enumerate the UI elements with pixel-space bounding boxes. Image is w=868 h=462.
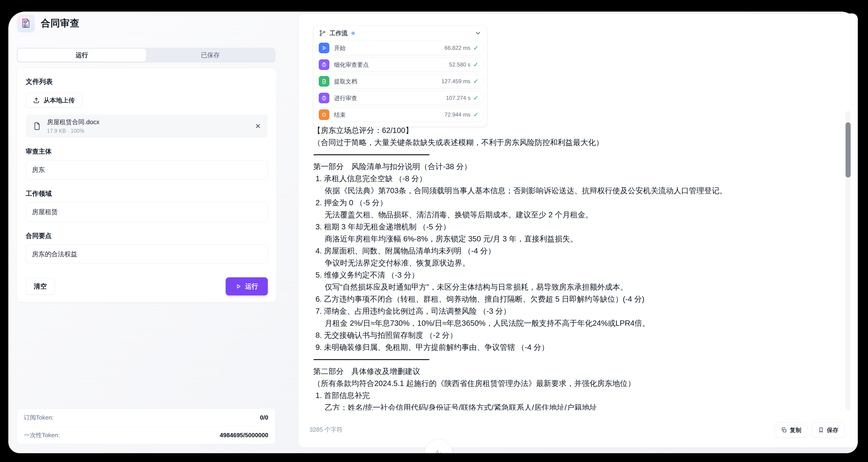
app-window: 合同审查 运行 已保存 文件列表 从本地上传 房屋租赁合同.docx (8, 11, 858, 453)
step-duration: 52.580 s (449, 61, 470, 68)
step-name: 结束 (334, 111, 346, 119)
result-panel: 工作流 开始 66.822 ms✓ (298, 13, 858, 447)
save-button-label: 保存 (827, 426, 838, 434)
bottom-letterbox-bar (0, 453, 868, 462)
workflow-panel: 工作流 开始 66.822 ms✓ (313, 25, 487, 127)
subscription-token-label: 订阅Token: (24, 413, 54, 422)
review-result-text: 【房东立场总评分：62/100】 （合同过于简略，大量关键条款缺失或表述模糊，不… (313, 124, 852, 410)
scrollbar-thumb[interactable] (845, 122, 850, 177)
result-line: 2. 押金为 0 （-5 分） (313, 197, 852, 209)
app-header: 合同审查 (17, 15, 80, 32)
result-line: 1. 承租人信息完全空缺 （-8 分） (313, 173, 852, 185)
subscription-token-value: 0/0 (260, 414, 268, 421)
document-step-icon (319, 76, 330, 87)
check-icon: ✓ (473, 61, 478, 68)
token-quota-card: 订阅Token: 0/0 一次性Token: 4984695/5000000 (17, 408, 275, 444)
result-line: 第二部分 具体修改及增删建议 (313, 365, 852, 377)
result-line: 【房东立场总评分：62/100】 (313, 124, 852, 137)
mode-tabbar: 运行 已保存 (17, 48, 275, 63)
contract-points-input[interactable] (26, 244, 268, 264)
step-duration: 127.459 ms (441, 78, 470, 85)
step-name: 提取文档 (334, 78, 357, 85)
subscription-token-row: 订阅Token: 0/0 (24, 409, 268, 426)
result-line: 1. 首部信息补完 (313, 389, 852, 402)
workflow-title: 工作流 (330, 29, 348, 37)
run-form-card: 文件列表 从本地上传 房屋租赁合同.docx 17.9 KB · 100% ✕ (17, 68, 277, 302)
bookmark-icon (818, 427, 824, 433)
uploaded-file-row: 房屋租赁合同.docx 17.9 KB · 100% ✕ (26, 115, 268, 137)
result-line: 3. 租期 3 年却无租金递增机制 （-5 分） (313, 221, 852, 233)
brain-step-icon (319, 93, 330, 103)
chevron-down-icon[interactable] (474, 30, 482, 37)
file-remove-icon[interactable]: ✕ (255, 122, 261, 130)
review-subject-input[interactable] (26, 160, 268, 179)
char-count: 3285 个字符 (309, 426, 343, 434)
result-line: 8. 无交接确认书与拍照留存制度 （-2 分） (313, 329, 852, 341)
result-line: 6. 乙方违约事项不闭合（转租、群租、饲养动物、擅自打隔断、欠费超 5 日即解约… (313, 293, 852, 305)
result-line: 仅写“自然损坏应及时通知甲方”，未区分主体结构与日常损耗，易导致房东承担额外成本… (313, 281, 852, 293)
upload-local-button[interactable]: 从本地上传 (26, 93, 82, 108)
onetime-token-label: 一次性Token: (24, 431, 60, 439)
result-line: 无法覆盖欠租、物品损坏、清洁消毒、换锁等后期成本。建议至少 2 个月租金。 (313, 209, 852, 221)
file-meta: 17.9 KB · 100% (47, 128, 99, 134)
field-label-work-domain: 工作领域 (26, 189, 268, 198)
tab-saved[interactable]: 已保存 (146, 49, 275, 62)
tab-run[interactable]: 运行 (18, 49, 146, 62)
stop-step-icon (319, 109, 330, 120)
workflow-step-start[interactable]: 开始 66.822 ms✓ (317, 41, 484, 55)
result-line: （所有条款均符合2024.5.1 起施行的《陕西省住房租赁管理办法》最新要求，并… (313, 377, 852, 389)
step-name: 进行审查 (334, 94, 357, 102)
result-line: 依据《民法典》第703条，合同须载明当事人基本信息；否则影响诉讼送达、抗辩权行使… (313, 185, 852, 197)
brain-step-icon (319, 59, 330, 70)
run-button-label: 运行 (245, 282, 258, 291)
onetime-token-row: 一次性Token: 4984695/5000000 (24, 426, 268, 444)
result-line: 4. 房屋面积、间数、附属物品清单均未列明 （-4 分） (313, 245, 852, 257)
workflow-header[interactable]: 工作流 (313, 26, 487, 41)
workflow-step-review[interactable]: 进行审查 107.274 s✓ (317, 91, 484, 105)
step-duration: 107.274 s (446, 95, 470, 101)
workflow-step-refine[interactable]: 细化审查要点 52.580 s✓ (317, 57, 484, 72)
field-label-contract-points: 合同要点 (26, 231, 268, 240)
copy-icon (781, 427, 787, 433)
step-name: 细化审查要点 (334, 61, 369, 68)
step-name: 开始 (334, 44, 346, 52)
play-icon (236, 283, 241, 289)
result-line: 争议时无法界定交付标准、恢复原状边界。 (313, 257, 852, 269)
workflow-status-dot (351, 31, 355, 35)
workflow-step-end[interactable]: 结束 72.944 ms✓ (317, 108, 484, 122)
check-icon: ✓ (473, 111, 478, 118)
check-icon: ✓ (473, 44, 478, 52)
upload-icon (33, 97, 40, 104)
check-icon: ✓ (473, 78, 478, 85)
result-line: 乙方：姓名/统一社会信用代码/身份证号/联络方式/紧急联系人/居住地址/户籍地址 (313, 402, 852, 410)
file-icon (33, 122, 41, 131)
result-line: （合同过于简略，大量关键条款缺失或表述模糊，不利于房东风险防控和利益最大化） (313, 137, 852, 148)
divider: ——————————————— (313, 148, 852, 161)
upload-button-label: 从本地上传 (43, 96, 75, 105)
save-button[interactable]: 保存 (812, 423, 845, 438)
file-list-label: 文件列表 (26, 77, 268, 86)
result-line: 9. 未明确装修归属、免租期、甲方提前解约事由、争议管辖 （-4 分） (313, 341, 852, 353)
contract-review-app-icon (17, 15, 35, 32)
divider: ——————————————— (313, 353, 852, 365)
result-line: 商洛近年房租年均涨幅 6%-8%，房东锁定 350 元/月 3 年，直接利益损失… (313, 233, 852, 245)
onetime-token-value: 4984695/5000000 (220, 432, 268, 439)
copy-button[interactable]: 复制 (775, 423, 808, 438)
page-title: 合同审查 (41, 17, 80, 30)
result-line: 第一部分 风险清单与扣分说明（合计-38 分） (313, 161, 852, 173)
result-line: 月租金 2%/日≈年息730%，10%/日≈年息3650%，人民法院一般支持不高… (313, 317, 852, 329)
step-duration: 72.944 ms (444, 111, 470, 118)
run-button[interactable]: 运行 (226, 277, 268, 295)
workflow-branch-icon (319, 30, 326, 37)
result-line: 7. 滞纳金、占用违约金比例过高，司法调整风险 （-3 分） (313, 305, 852, 317)
work-domain-input[interactable] (26, 202, 268, 222)
copy-button-label: 复制 (790, 426, 801, 434)
clear-button[interactable]: 清空 (26, 278, 55, 295)
play-step-icon (319, 42, 330, 53)
file-name: 房屋租赁合同.docx (47, 118, 99, 126)
field-label-review-subject: 审查主体 (26, 147, 268, 156)
step-duration: 66.822 ms (444, 45, 470, 51)
check-icon: ✓ (473, 94, 478, 102)
workflow-step-extract[interactable]: 提取文档 127.459 ms✓ (317, 74, 484, 88)
result-line: 5. 维修义务约定不清 （-3 分） (313, 269, 852, 281)
